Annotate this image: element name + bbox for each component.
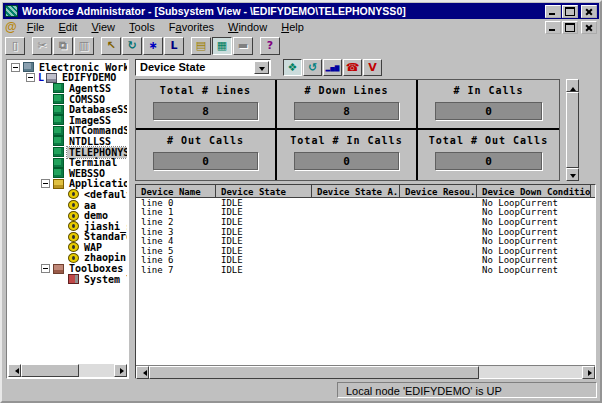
scrollbar-thumb[interactable] <box>149 366 479 379</box>
tree-node-terminal[interactable]: Terminal <box>8 157 127 168</box>
minimize-button[interactable] <box>545 5 561 18</box>
cell-device-down-condition: No LoopCurrent <box>477 207 591 217</box>
tree-node-electronic-workfor[interactable]: Electronic Workfor <box>8 62 127 73</box>
phone-hook-button[interactable]: ☎ <box>343 59 362 76</box>
tree-node-label: System To <box>82 274 127 285</box>
line-view-button[interactable]: L <box>164 37 184 55</box>
table-row-line-0[interactable]: line 0IDLENo LoopCurrent <box>136 198 595 208</box>
restore-button[interactable] <box>562 5 578 18</box>
tree-node-demo[interactable]: demo <box>8 210 127 221</box>
tree-node-telephonyss0[interactable]: TELEPHONYSS0 <box>8 147 127 158</box>
menu-file[interactable]: File <box>20 20 52 35</box>
mdi-close-button[interactable] <box>581 21 597 34</box>
column-header-device-resou[interactable]: Device Resou... <box>400 185 477 197</box>
stats-vertical-scrollbar[interactable] <box>566 79 579 181</box>
new-document-icon: ▯ <box>12 40 18 51</box>
menu-view[interactable]: View <box>84 20 122 35</box>
network-icon: ∗ <box>148 40 157 51</box>
menu-favorites[interactable]: Favorites <box>162 20 221 35</box>
menu-window[interactable]: Window <box>221 20 274 35</box>
tree-node-wap[interactable]: WAP <box>8 242 127 253</box>
scroll-left-icon[interactable] <box>136 366 149 379</box>
refresh-stats-button[interactable]: ↺ <box>303 59 322 76</box>
scroll-down-icon[interactable] <box>566 168 579 181</box>
tree-node-zhaopin[interactable]: zhaopin <box>8 253 127 264</box>
view-selector-dropdown[interactable]: Device State <box>135 59 271 76</box>
cell-device-state: IDLE <box>216 236 312 246</box>
stat-in-calls: # In Calls0 <box>418 80 559 130</box>
table-row-line-2[interactable]: line 2IDLENo LoopCurrent <box>136 217 595 227</box>
column-header-device-down-condition[interactable]: Device Down Condition <box>477 185 591 197</box>
tree-node-websso[interactable]: WEBSSO <box>8 168 127 179</box>
tree-node-comsso[interactable]: COMSSO <box>8 94 127 105</box>
scrollbar-track[interactable] <box>79 364 114 377</box>
cell-device-name: line 7 <box>136 265 216 275</box>
tree-node-ntcommandss[interactable]: NTCommandSS <box>8 126 127 137</box>
collapse-icon[interactable] <box>26 73 35 82</box>
stat-label: Total # Out Calls <box>429 135 548 146</box>
scroll-right-icon[interactable] <box>582 366 595 379</box>
scroll-up-icon[interactable] <box>566 79 579 92</box>
scrollbar-track[interactable] <box>479 366 582 378</box>
chevron-down-icon[interactable] <box>254 61 269 74</box>
column-header-device-state-a[interactable]: Device State A... <box>312 185 400 197</box>
column-header-device-state[interactable]: Device State <box>216 185 312 197</box>
tree-node-label: aa <box>82 200 98 211</box>
cell-device-state: IDLE <box>216 198 312 208</box>
subsystem-icon <box>53 126 64 136</box>
tree-node-jiashi-sc[interactable]: jiashi_sc <box>8 221 127 232</box>
chart-button[interactable]: ▂▅▇ <box>323 59 342 76</box>
collapse-icon[interactable] <box>11 63 20 72</box>
table-row-line-7[interactable]: line 7IDLENo LoopCurrent <box>136 265 595 275</box>
cell-device-name: line 2 <box>136 217 216 227</box>
title-bar[interactable]: Workforce Administrator - [Subsystem Vie… <box>3 3 599 19</box>
table-horizontal-scrollbar[interactable] <box>136 365 595 378</box>
stat-total-in-calls: Total # In Calls0 <box>277 130 418 180</box>
applications-button[interactable]: ▤ <box>191 37 211 55</box>
mdi-restore-button[interactable] <box>562 21 578 34</box>
validate-button[interactable]: V <box>363 59 382 76</box>
help-button[interactable]: ? <box>260 37 280 55</box>
tree-node-aa[interactable]: aa <box>8 200 127 211</box>
scrollbar-thumb[interactable] <box>21 364 79 377</box>
table-row-line-4[interactable]: line 4IDLENo LoopCurrent <box>136 236 595 246</box>
tree-node-ntdllss[interactable]: NTDLLSS <box>8 136 127 147</box>
menu-tools[interactable]: Tools <box>122 20 162 35</box>
table-body: line 0IDLENo LoopCurrentline 1IDLENo Loo… <box>136 198 595 365</box>
view-selector-value: Device State <box>140 61 205 73</box>
table-row-line-6[interactable]: line 6IDLENo LoopCurrent <box>136 256 595 266</box>
network-map-button[interactable]: ∗ <box>143 37 163 55</box>
monitor-toggle-button[interactable]: ❖ <box>283 59 302 76</box>
tree-node-edifydemo[interactable]: LEDIFYDEMO <box>8 73 127 84</box>
tree-node-standard[interactable]: Standard <box>8 232 127 243</box>
subsystem-view-button[interactable]: ▦ <box>212 37 232 55</box>
tree-horizontal-scrollbar[interactable] <box>8 364 127 377</box>
scroll-left-icon[interactable] <box>8 364 21 377</box>
column-header-device-name[interactable]: Device Name <box>136 185 216 197</box>
close-button[interactable] <box>581 5 597 18</box>
scroll-right-icon[interactable] <box>114 364 127 377</box>
menu-edit[interactable]: Edit <box>51 20 84 35</box>
column-header-blank[interactable] <box>591 185 596 197</box>
select-pointer-button[interactable]: ↖ <box>101 37 121 55</box>
tree-node-label: ImageSS <box>67 115 113 126</box>
table-row-line-3[interactable]: line 3IDLENo LoopCurrent <box>136 227 595 237</box>
scrollbar-thumb[interactable] <box>566 92 579 168</box>
node-prefix-label: L <box>38 72 44 83</box>
status-bar: Local node 'EDIFYDEMO' is UP <box>5 381 597 399</box>
tree-node-databasesso[interactable]: DatabaseSSO <box>8 104 127 115</box>
collapse-icon[interactable] <box>41 179 50 188</box>
tree-node-application[interactable]: Application <box>8 179 127 190</box>
collapse-icon[interactable] <box>41 264 50 273</box>
table-row-line-1[interactable]: line 1IDLENo LoopCurrent <box>136 208 595 218</box>
mdi-minimize-button[interactable] <box>545 21 561 34</box>
tree-node-toolboxes[interactable]: Toolboxes <box>8 263 127 274</box>
tree-node-system-to[interactable]: System To <box>8 274 127 285</box>
refresh-button[interactable]: ↻ <box>122 37 142 55</box>
cell-device-name: line 1 <box>136 207 216 217</box>
tree-node-agentss[interactable]: AgentSS <box>8 83 127 94</box>
tree-node-imagess[interactable]: ImageSS <box>8 115 127 126</box>
menu-help[interactable]: Help <box>274 20 311 35</box>
tree-node-default[interactable]: <default> <box>8 189 127 200</box>
table-row-line-5[interactable]: line 5IDLENo LoopCurrent <box>136 246 595 256</box>
